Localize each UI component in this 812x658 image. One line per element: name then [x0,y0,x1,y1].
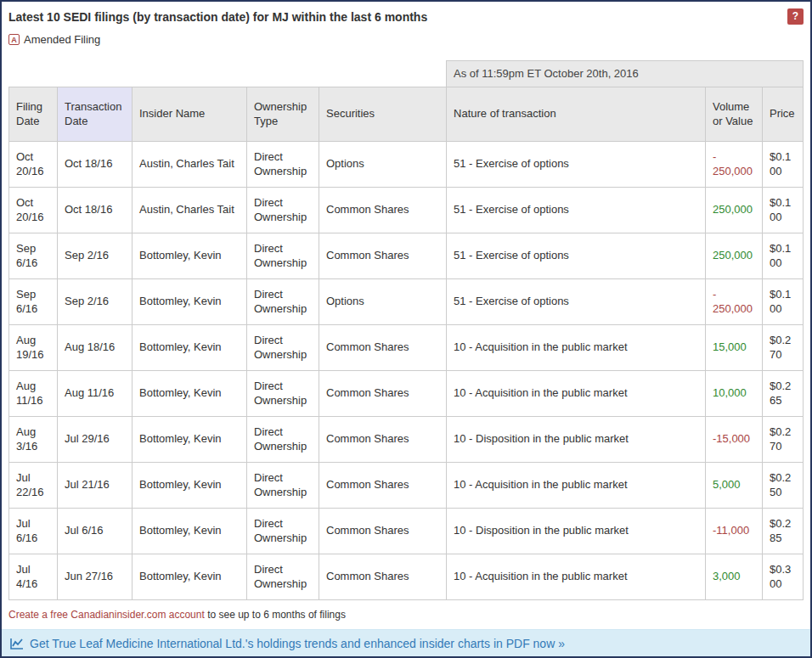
header-row: Latest 10 SEDI filings (by transaction d… [2,2,810,25]
table-row: Jul 6/16 Jul 6/16 Bottomley, Kevin Direc… [9,508,804,554]
nature-cell: 51 - Exercise of options [447,278,706,324]
securities-cell: Common Shares [319,462,447,508]
transaction-date-cell: Jul 6/16 [58,508,133,554]
price-cell: $0.300 [762,554,803,599]
securities-cell: Options [319,141,447,187]
nature-cell: 10 - Disposition in the public market [447,508,706,554]
column-header-nature[interactable]: Nature of transaction [447,87,706,141]
as-of-row: As of 11:59pm ET October 20th, 2016 [9,61,804,87]
volume-cell: 250,000 [705,233,762,278]
line-chart-icon [10,638,24,650]
ownership-type-cell: Direct Ownership [247,508,319,554]
table-row: Aug 11/16 Aug 11/16 Bottomley, Kevin Dir… [9,370,804,416]
table-row: Aug 19/16 Aug 18/16 Bottomley, Kevin Dir… [9,324,804,370]
table-row: Oct 20/16 Oct 18/16 Austin, Charles Tait… [9,187,804,233]
amended-filing-legend: A Amended Filing [2,25,810,46]
volume-cell: - 250,000 [705,278,762,324]
filing-date-cell: Jul 22/16 [9,462,58,508]
volume-cell: 10,000 [705,370,762,416]
insider-name-cell: Bottomley, Kevin [133,324,247,370]
securities-cell: Common Shares [319,233,447,278]
ownership-type-cell: Direct Ownership [247,324,319,370]
column-header-price[interactable]: Price [762,87,803,141]
insider-name-cell: Austin, Charles Tait [133,141,247,187]
ownership-type-cell: Direct Ownership [247,141,319,187]
pdf-report-link[interactable]: Get True Leaf Medicine International Ltd… [30,637,565,650]
price-cell: $0.100 [762,187,803,233]
ownership-type-cell: Direct Ownership [247,233,319,278]
transaction-date-cell: Aug 11/16 [58,370,133,416]
table-row: Aug 3/16 Jul 29/16 Bottomley, Kevin Dire… [9,416,804,462]
amended-filing-icon: A [8,34,20,45]
volume-cell: 3,000 [705,554,762,599]
sedi-filings-widget: Latest 10 SEDI filings (by transaction d… [0,0,812,658]
price-cell: $0.100 [762,278,803,324]
price-cell: $0.100 [762,233,803,278]
filing-date-cell: Oct 20/16 [9,187,58,233]
column-header-insider-name[interactable]: Insider Name [133,87,247,141]
ownership-type-cell: Direct Ownership [247,278,319,324]
filing-date-cell: Jul 4/16 [9,554,58,599]
table-row: Sep 6/16 Sep 2/16 Bottomley, Kevin Direc… [9,233,804,278]
filing-date-cell: Aug 3/16 [9,416,58,462]
insider-name-cell: Bottomley, Kevin [133,462,247,508]
filing-date-cell: Sep 6/16 [9,278,58,324]
nature-cell: 10 - Acquisition in the public market [447,462,706,508]
price-cell: $0.285 [762,508,803,554]
securities-cell: Common Shares [319,554,447,599]
securities-cell: Common Shares [319,370,447,416]
column-header-filing-date[interactable]: Filing Date [9,87,58,141]
transaction-date-cell: Jun 27/16 [58,554,133,599]
transaction-date-cell: Jul 29/16 [58,416,133,462]
ownership-type-cell: Direct Ownership [247,370,319,416]
create-account-link[interactable]: Create a free Canadianinsider.com accoun… [8,609,205,621]
price-cell: $0.100 [762,141,803,187]
volume-cell: -11,000 [705,508,762,554]
transaction-date-cell: Jul 21/16 [58,462,133,508]
nature-cell: 51 - Exercise of options [447,187,706,233]
filing-date-cell: Oct 20/16 [9,141,58,187]
transaction-date-cell: Oct 18/16 [58,141,133,187]
insider-name-cell: Bottomley, Kevin [133,508,247,554]
volume-cell: 250,000 [705,187,762,233]
nature-cell: 51 - Exercise of options [447,141,706,187]
account-promo: Create a free Canadianinsider.com accoun… [2,600,810,629]
table-row: Sep 6/16 Sep 2/16 Bottomley, Kevin Direc… [9,278,804,324]
filing-date-cell: Sep 6/16 [9,233,58,278]
price-cell: $0.265 [762,370,803,416]
column-header-ownership-type[interactable]: Ownership Type [247,87,319,141]
volume-cell: -15,000 [705,416,762,462]
insider-name-cell: Bottomley, Kevin [133,233,247,278]
price-cell: $0.270 [762,416,803,462]
nature-cell: 10 - Acquisition in the public market [447,324,706,370]
securities-cell: Common Shares [319,508,447,554]
nature-cell: 10 - Disposition in the public market [447,416,706,462]
filings-table: As of 11:59pm ET October 20th, 2016 Fili… [8,60,804,600]
column-header-securities[interactable]: Securities [319,87,447,141]
column-header-transaction-date[interactable]: Transaction Date [58,87,133,141]
column-header-volume[interactable]: Volume or Value [705,87,762,141]
ownership-type-cell: Direct Ownership [247,187,319,233]
as-of-timestamp: As of 11:59pm ET October 20th, 2016 [447,61,804,87]
ownership-type-cell: Direct Ownership [247,416,319,462]
help-button[interactable]: ? [787,8,804,25]
transaction-date-cell: Aug 18/16 [58,324,133,370]
volume-cell: 5,000 [705,462,762,508]
nature-cell: 10 - Acquisition in the public market [447,370,706,416]
transaction-date-cell: Oct 18/16 [58,187,133,233]
price-cell: $0.250 [762,462,803,508]
securities-cell: Common Shares [319,416,447,462]
table-row: Jul 22/16 Jul 21/16 Bottomley, Kevin Dir… [9,462,804,508]
insider-name-cell: Bottomley, Kevin [133,278,247,324]
column-header-row: Filing Date Transaction Date Insider Nam… [9,87,804,141]
page-title: Latest 10 SEDI filings (by transaction d… [8,8,427,24]
amended-filing-label: Amended Filing [24,33,100,46]
nature-cell: 10 - Acquisition in the public market [447,554,706,599]
transaction-date-cell: Sep 2/16 [58,278,133,324]
securities-cell: Common Shares [319,187,447,233]
ownership-type-cell: Direct Ownership [247,554,319,599]
table-row: Jul 4/16 Jun 27/16 Bottomley, Kevin Dire… [9,554,804,599]
insider-name-cell: Bottomley, Kevin [133,416,247,462]
filing-date-cell: Aug 11/16 [9,370,58,416]
price-cell: $0.270 [762,324,803,370]
